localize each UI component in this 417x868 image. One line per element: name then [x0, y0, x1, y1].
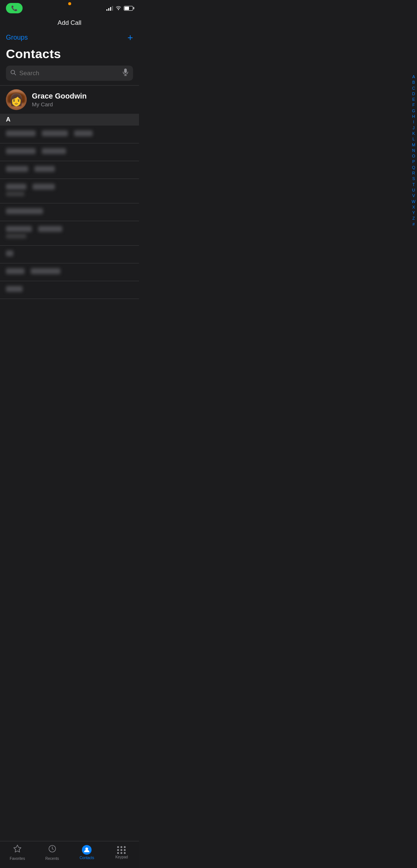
wifi-icon — [115, 5, 122, 11]
blurred-first-name — [6, 130, 36, 136]
my-card[interactable]: Grace Goodwin My Card — [0, 86, 139, 114]
blurred-last-name — [34, 166, 55, 172]
page-title: Contacts — [0, 45, 139, 66]
add-call-title: Add Call — [57, 19, 81, 26]
svg-rect-2 — [124, 69, 127, 73]
list-item[interactable] — [0, 221, 139, 246]
main-content: Add Call Groups + Contacts — [0, 16, 139, 330]
blurred-last-name — [31, 268, 60, 274]
blurred-subtitle — [6, 234, 26, 239]
search-input[interactable] — [19, 70, 119, 77]
call-icon: 📞 — [11, 5, 17, 11]
avatar — [6, 89, 27, 110]
status-right-icons — [106, 5, 133, 11]
signal-bar-4 — [112, 6, 113, 11]
blurred-first-name — [6, 286, 23, 292]
list-item[interactable] — [0, 281, 139, 299]
contacts-list — [0, 126, 139, 299]
list-item[interactable] — [0, 179, 139, 203]
blurred-first-name — [6, 208, 43, 214]
svg-line-1 — [14, 73, 16, 75]
search-bar — [6, 66, 133, 81]
list-item[interactable] — [0, 143, 139, 161]
signal-bars — [106, 6, 113, 11]
blurred-first-name — [6, 184, 26, 190]
search-container — [0, 66, 139, 85]
search-icon — [10, 70, 16, 77]
orange-dot — [68, 2, 71, 5]
list-item[interactable] — [0, 161, 139, 179]
blurred-extra — [74, 130, 93, 136]
groups-button[interactable]: Groups — [6, 34, 28, 41]
blurred-first-name — [6, 166, 28, 172]
status-bar: 📞 — [0, 0, 139, 16]
blurred-last-name — [42, 130, 68, 136]
signal-bar-2 — [108, 8, 109, 11]
blurred-last-name — [33, 184, 55, 190]
list-item[interactable] — [0, 203, 139, 221]
list-item[interactable] — [0, 246, 139, 263]
blurred-last-name — [38, 226, 62, 232]
section-header-a: A — [0, 114, 139, 126]
my-card-info: Grace Goodwin My Card — [32, 92, 133, 107]
avatar-image — [6, 89, 27, 110]
add-contact-button[interactable]: + — [128, 33, 133, 42]
blurred-subtitle — [6, 192, 24, 196]
active-call-indicator[interactable]: 📞 — [6, 3, 23, 13]
list-item[interactable] — [0, 126, 139, 143]
blurred-first-name — [6, 148, 36, 154]
blurred-first-name — [6, 226, 32, 232]
battery-icon — [124, 6, 133, 11]
blurred-first-name — [6, 268, 24, 274]
my-card-subtitle: My Card — [32, 101, 133, 107]
signal-bar-1 — [106, 9, 107, 11]
list-item[interactable] — [0, 263, 139, 281]
signal-bar-3 — [110, 7, 111, 11]
my-card-name: Grace Goodwin — [32, 92, 133, 100]
page-header: Add Call — [0, 16, 139, 28]
mic-icon[interactable] — [122, 69, 129, 78]
blurred-last-name — [42, 148, 66, 154]
nav-row: Groups + — [0, 28, 139, 45]
blurred-first-name — [6, 250, 13, 256]
battery-fill — [125, 7, 129, 10]
